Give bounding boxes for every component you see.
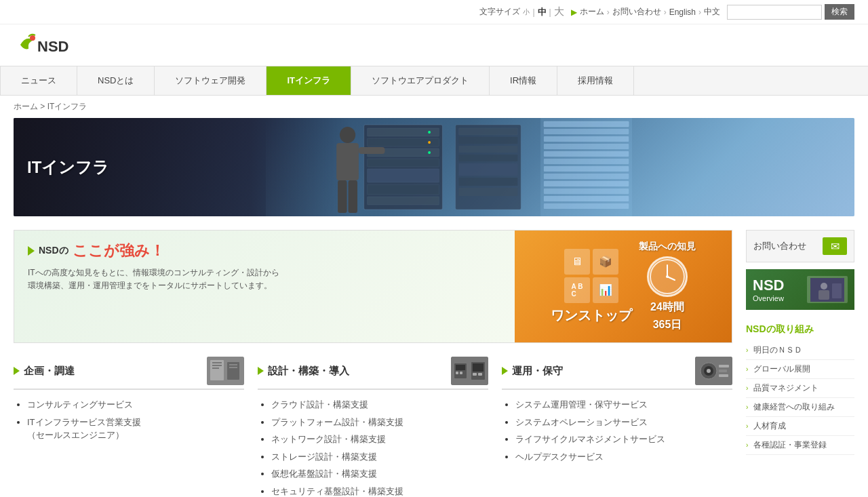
list-item[interactable]: ネットワーク設計・構築支援 — [271, 433, 488, 446]
font-size-medium[interactable]: 中 — [538, 6, 547, 18]
service-operations: 運用・保守 シス — [502, 357, 732, 497]
svg-rect-17 — [459, 155, 518, 161]
nav-link-about[interactable]: NSDとは — [77, 66, 155, 95]
svg-rect-24 — [544, 136, 629, 142]
nav-item-software[interactable]: ソフトウェア開発 — [155, 66, 267, 95]
chinese-link[interactable]: 中文 — [704, 6, 720, 18]
svg-rect-59 — [478, 373, 482, 376]
svg-rect-55 — [460, 372, 462, 374]
sidebar-contact[interactable]: お問い合わせ — [746, 230, 854, 262]
list-item[interactable]: › 健康経営への取り組み — [746, 398, 854, 417]
search-input[interactable] — [727, 5, 822, 20]
init-arrow-icon: › — [746, 384, 748, 392]
service-link[interactable]: ストレージ設計・構築支援 — [271, 452, 377, 462]
list-item[interactable]: › 明日のＮＳＤ — [746, 341, 854, 360]
list-item[interactable]: ヘルプデスクサービス — [515, 450, 732, 464]
initiative-link-3[interactable]: 品質マネジメント — [753, 383, 818, 393]
promo-badge-days: 365日 — [653, 318, 682, 332]
nav-link-news[interactable]: ニュース — [0, 66, 77, 95]
service-link[interactable]: システムオペレーションサービス — [515, 417, 648, 427]
list-item[interactable]: › 人材育成 — [746, 417, 854, 436]
service-link[interactable]: セキュリティ基盤設計・構築支援 — [271, 486, 403, 496]
ops-icon-svg — [695, 357, 732, 385]
font-size-large[interactable]: 大 — [554, 5, 564, 18]
overview-text-block: NSD Overview — [753, 277, 784, 302]
promo-nsd: NSDの — [39, 245, 68, 257]
logo[interactable]: NSD — [14, 30, 95, 60]
list-item[interactable]: クラウド設計・構築支援 — [271, 398, 488, 412]
contact-link[interactable]: お問い合わせ — [612, 6, 661, 18]
svg-rect-64 — [719, 365, 729, 367]
nav-link-ir[interactable]: IR情報 — [490, 66, 557, 95]
service-link[interactable]: システム運用管理・保守サービス — [515, 399, 648, 410]
list-item[interactable]: 仮想化基盤設計・構築支援 — [271, 467, 488, 481]
icon-box-2: 📦 — [593, 249, 618, 275]
english-link[interactable]: English — [669, 7, 696, 17]
service-link[interactable]: 仮想化基盤設計・構築支援 — [271, 469, 377, 479]
promo-right: 🖥 📦 A BC 📊 ワンストップ 製品への知見 — [515, 231, 732, 342]
list-item[interactable]: › 各種認証・事業登録 — [746, 436, 854, 455]
service-link[interactable]: ライフサイクルマネジメントサービス — [515, 434, 665, 444]
list-item[interactable]: コンサルティングサービス — [27, 398, 244, 412]
promo-title-line: NSDの ここが強み！ — [28, 241, 501, 261]
nav-item-news[interactable]: ニュース — [0, 66, 77, 95]
nav-item-it[interactable]: ITインフラ — [267, 66, 351, 95]
nav-item-recruit[interactable]: 採用情報 — [557, 66, 634, 95]
initiative-link-6[interactable]: 各種認証・事業登録 — [753, 440, 827, 450]
initiative-link-5[interactable]: 人材育成 — [753, 421, 786, 431]
overview-photo-area — [789, 276, 848, 303]
nav-item-ir[interactable]: IR情報 — [490, 66, 557, 95]
nav-item-about[interactable]: NSDとは — [77, 66, 155, 95]
svg-rect-53 — [456, 365, 465, 370]
svg-rect-58 — [473, 373, 477, 376]
service-link[interactable]: クラウド設計・構築支援 — [271, 399, 368, 410]
initiative-link-4[interactable]: 健康経営への取り組み — [753, 402, 835, 412]
service-design-list: クラウド設計・構築支援 プラットフォーム設計・構築支援 ネットワーク設計・構築支… — [258, 398, 488, 497]
sidebar-overview[interactable]: NSD Overview — [746, 269, 854, 310]
service-link[interactable]: プラットフォーム設計・構築支援 — [271, 417, 403, 427]
list-item[interactable]: › 品質マネジメント — [746, 379, 854, 398]
overview-nsd: NSD — [753, 277, 784, 294]
search-button[interactable]: 検索 — [825, 4, 854, 20]
svg-rect-22 — [544, 121, 629, 127]
nav-item-products[interactable]: ソフトウエアプロダクト — [351, 66, 490, 95]
list-item[interactable]: ストレージ設計・構築支援 — [271, 450, 488, 464]
breadcrumb-home[interactable]: ホーム — [14, 102, 38, 111]
nav-link-products[interactable]: ソフトウエアプロダクト — [351, 66, 490, 95]
overview-thumbnail-svg — [810, 278, 844, 302]
service-link[interactable]: コンサルティングサービス — [27, 399, 133, 410]
nav-link-software[interactable]: ソフトウェア開発 — [155, 66, 267, 95]
svg-rect-7 — [367, 169, 439, 182]
list-item[interactable]: セキュリティ基盤設計・構築支援 — [271, 485, 488, 498]
nav-link-recruit[interactable]: 採用情報 — [557, 66, 634, 95]
service-planning-header: 企画・調達 — [14, 357, 244, 390]
rack-decoration — [266, 118, 854, 216]
list-item[interactable]: プラットフォーム設計・構築支援 — [271, 416, 488, 429]
home-link[interactable]: ホーム — [580, 6, 604, 18]
initiative-link-1[interactable]: 明日のＮＳＤ — [753, 345, 802, 355]
list-item[interactable]: システムオペレーションサービス — [515, 416, 732, 429]
initiative-link-2[interactable]: グローバル展開 — [753, 364, 810, 374]
init-arrow-icon: › — [746, 441, 748, 449]
breadcrumb-current: ITインフラ — [47, 102, 87, 111]
service-link[interactable]: ヘルプデスクサービス — [515, 452, 604, 462]
svg-rect-50 — [229, 367, 237, 368]
service-planning-header-left: 企画・調達 — [14, 365, 75, 378]
svg-point-0 — [30, 35, 35, 41]
service-planning-list: コンサルティングサービス ITインフラサービス営業支援（セールスエンジニア） — [14, 398, 244, 442]
promo-triangle-icon — [28, 246, 35, 256]
list-item[interactable]: › グローバル展開 — [746, 360, 854, 379]
promo-left: NSDの ここが強み！ ITへの高度な知見をもとに、情報環境のコンサルティング・… — [14, 231, 515, 342]
svg-rect-36 — [359, 147, 385, 154]
service-planning: 企画・調達 — [14, 357, 244, 497]
list-item[interactable]: ライフサイクルマネジメントサービス — [515, 433, 732, 446]
nav-link-it[interactable]: ITインフラ — [267, 66, 351, 95]
service-link[interactable]: ネットワーク設計・構築支援 — [271, 434, 386, 444]
top-bar: 文字サイズ 小 | 中 | 大 ▶ ホーム › お問い合わせ › English… — [0, 0, 868, 24]
svg-rect-15 — [459, 137, 518, 144]
service-link[interactable]: ITインフラサービス営業支援（セールスエンジニア） — [27, 417, 141, 441]
font-size-small[interactable]: 小 — [523, 7, 530, 17]
list-item[interactable]: システム運用管理・保守サービス — [515, 398, 732, 412]
nav-list: ニュース NSDとは ソフトウェア開発 ITインフラ ソフトウエアプロダクト I… — [0, 66, 868, 95]
list-item[interactable]: ITインフラサービス営業支援（セールスエンジニア） — [27, 416, 244, 442]
